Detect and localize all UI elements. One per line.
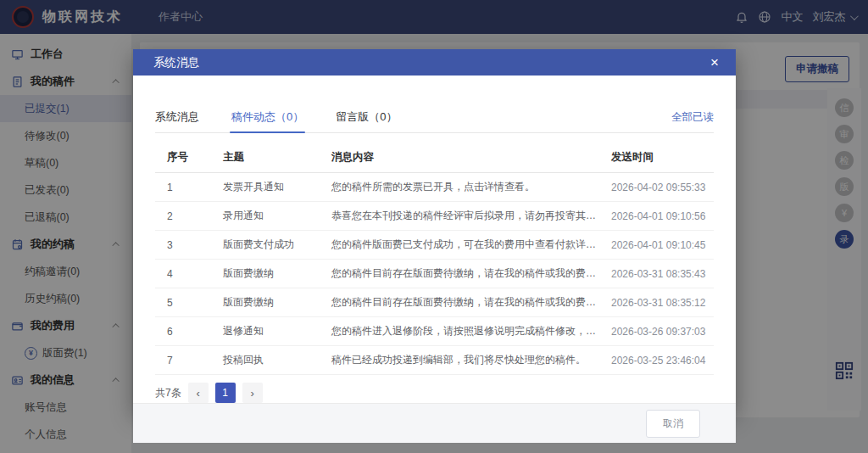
cell-index: 2: [155, 202, 211, 231]
col-send-time: 发送时间: [599, 143, 714, 173]
table-row[interactable]: 5 版面费缴纳 您的稿件目前存在版面费待缴纳，请在我的稿件或我的费用中尽快完成支…: [155, 288, 714, 317]
cell-content: 您的稿件目前存在版面费待缴纳，请在我的稿件或我的费用中尽快完成支付，点…: [320, 260, 599, 288]
system-messages-modal: 系统消息 × 系统消息 稿件动态（0） 留言版（0） 全部已读 序号 主题 消息…: [133, 49, 736, 413]
table-row[interactable]: 3 版面费支付成功 您的稿件版面费已支付成功，可在我的费用中查看付款详情和发票信…: [155, 231, 714, 260]
cell-index: 6: [155, 317, 211, 346]
cell-time: 2026-04-02 09:55:33: [599, 173, 714, 202]
modal-header: 系统消息 ×: [133, 49, 736, 76]
modal-footer: 取消: [133, 403, 736, 443]
cell-content: 恭喜您在本刊投递的稿件经评审后拟录用，请勿再投寄其他期刊，点击详情查看。: [320, 202, 599, 231]
cell-time: 2026-03-31 08:35:12: [599, 288, 714, 317]
cell-subject: 发票开具通知: [211, 173, 320, 202]
table-row[interactable]: 2 录用通知 恭喜您在本刊投递的稿件经评审后拟录用，请勿再投寄其他期刊，点击详情…: [155, 202, 714, 231]
cell-subject: 投稿回执: [211, 346, 320, 375]
cell-time: 2026-04-01 09:10:56: [599, 202, 714, 231]
page: 物联网技术 作者中心 中文 刘宏杰 工作台 我的稿件 已提: [0, 0, 868, 453]
table-header-row: 序号 主题 消息内容 发送时间: [155, 143, 714, 173]
table-row[interactable]: 1 发票开具通知 您的稿件所需的发票已开具，点击详情查看。 2026-04-02…: [155, 173, 714, 202]
cell-content: 您的稿件目前存在版面费待缴纳，请在我的稿件或我的费用中尽快完成支付，点…: [320, 288, 599, 317]
messages-table: 序号 主题 消息内容 发送时间 1 发票开具通知 您的稿件所需的发票已开具，点击…: [155, 143, 714, 375]
tab-message-board[interactable]: 留言版（0）: [336, 109, 397, 132]
tab-manuscript-updates[interactable]: 稿件动态（0）: [231, 109, 303, 132]
table-row[interactable]: 7 投稿回执 稿件已经成功投递到编辑部，我们将尽快处理您的稿件。 2026-03…: [155, 346, 714, 375]
prev-page-button[interactable]: ‹: [188, 383, 209, 403]
cell-subject: 版面费缴纳: [211, 260, 320, 288]
cell-subject: 版面费缴纳: [211, 288, 320, 317]
cell-content: 您的稿件所需的发票已开具，点击详情查看。: [320, 173, 599, 202]
cell-subject: 版面费支付成功: [211, 231, 320, 260]
tab-system-messages[interactable]: 系统消息: [155, 109, 199, 132]
col-index: 序号: [155, 143, 211, 173]
cell-content: 您的稿件进入退修阶段，请按照退修说明完成稿件修改，点击详情查看。: [320, 317, 599, 346]
modal-body: 系统消息 稿件动态（0） 留言版（0） 全部已读 序号 主题 消息内容 发送时间: [133, 76, 736, 403]
cell-index: 1: [155, 173, 211, 202]
cell-time: 2026-04-01 09:10:45: [599, 231, 714, 260]
table-row[interactable]: 6 退修通知 您的稿件进入退修阶段，请按照退修说明完成稿件修改，点击详情查看。 …: [155, 317, 714, 346]
next-page-button[interactable]: ›: [242, 383, 263, 403]
cell-content: 稿件已经成功投递到编辑部，我们将尽快处理您的稿件。: [320, 346, 599, 375]
message-tabs: 系统消息 稿件动态（0） 留言版（0） 全部已读: [155, 109, 714, 133]
cell-time: 2026-03-26 09:37:03: [599, 317, 714, 346]
cell-subject: 退修通知: [211, 317, 320, 346]
mark-all-read-link[interactable]: 全部已读: [671, 110, 714, 132]
cancel-button[interactable]: 取消: [646, 410, 700, 438]
cell-time: 2026-03-31 08:35:43: [599, 260, 714, 288]
pagination-total: 共7条: [155, 386, 181, 400]
cell-index: 7: [155, 346, 211, 375]
col-content: 消息内容: [320, 143, 599, 173]
cell-subject: 录用通知: [211, 202, 320, 231]
cell-time: 2026-03-25 23:46:04: [599, 346, 714, 375]
cell-index: 5: [155, 288, 211, 317]
current-page[interactable]: 1: [215, 383, 236, 403]
cell-content: 您的稿件版面费已支付成功，可在我的费用中查看付款详情和发票信息。: [320, 231, 599, 260]
table-row[interactable]: 4 版面费缴纳 您的稿件目前存在版面费待缴纳，请在我的稿件或我的费用中尽快完成支…: [155, 260, 714, 288]
col-subject: 主题: [211, 143, 320, 173]
cell-index: 3: [155, 231, 211, 260]
modal-title: 系统消息: [153, 55, 199, 70]
cell-index: 4: [155, 260, 211, 288]
pagination: 共7条 ‹ 1 ›: [155, 383, 714, 403]
close-icon[interactable]: ×: [710, 55, 719, 70]
